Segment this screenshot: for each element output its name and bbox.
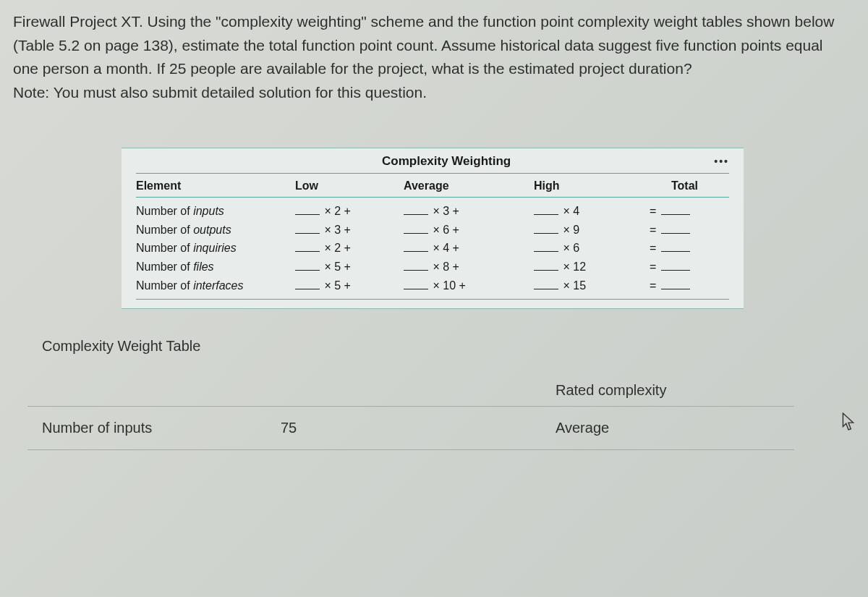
low-cell: × 3 + bbox=[295, 221, 404, 240]
weight-table-row: Number of files × 5 + × 8 + × 12= bbox=[136, 258, 729, 276]
avg-cell: × 3 + bbox=[404, 202, 534, 221]
cursor-icon bbox=[842, 412, 855, 431]
element-name: Number of files bbox=[136, 258, 295, 276]
col-element: Element bbox=[136, 174, 295, 197]
row-rated: Average bbox=[541, 407, 794, 450]
question-text: Firewall Project XT. Using the "complexi… bbox=[13, 10, 852, 104]
element-name: Number of interfaces bbox=[136, 276, 295, 295]
input-data-table: Rated complexity Number of inputs75Avera… bbox=[27, 369, 794, 450]
weight-table-row: Number of inquiries × 2 + × 4 + × 6= bbox=[136, 239, 729, 258]
high-cell: × 9 bbox=[534, 221, 650, 240]
high-cell: × 12 bbox=[534, 258, 650, 276]
question-body: Firewall Project XT. Using the "complexi… bbox=[13, 13, 834, 77]
element-name: Number of inquiries bbox=[136, 239, 295, 258]
col-high: High bbox=[534, 174, 650, 197]
total-cell: = bbox=[650, 258, 722, 276]
total-cell: = bbox=[650, 202, 722, 221]
weight-table-caption: Complexity Weight Table bbox=[42, 338, 855, 355]
row-count: 75 bbox=[266, 407, 541, 450]
total-cell: = bbox=[650, 276, 722, 295]
total-cell: = bbox=[650, 239, 722, 258]
col-low: Low bbox=[295, 174, 404, 197]
ellipsis-icon: ••• bbox=[714, 156, 729, 167]
complexity-weight-table-figure: Complexity Weighting ••• Element Low Ave… bbox=[122, 148, 744, 309]
row-label: Number of inputs bbox=[27, 407, 266, 450]
col-total: Total bbox=[650, 174, 722, 197]
question-note: Note: You must also submit detailed solu… bbox=[13, 84, 427, 101]
weight-table-row: Number of inputs × 2 + × 3 + × 4= bbox=[136, 202, 729, 221]
low-cell: × 2 + bbox=[295, 202, 404, 221]
low-cell: × 5 + bbox=[295, 258, 404, 276]
avg-cell: × 8 + bbox=[404, 258, 534, 276]
high-cell: × 4 bbox=[534, 202, 650, 221]
total-cell: = bbox=[650, 221, 722, 240]
low-cell: × 5 + bbox=[295, 276, 404, 295]
avg-cell: × 4 + bbox=[404, 239, 534, 258]
element-name: Number of inputs bbox=[136, 202, 295, 221]
high-cell: × 6 bbox=[534, 239, 650, 258]
element-name: Number of outputs bbox=[136, 221, 295, 240]
avg-cell: × 6 + bbox=[404, 221, 534, 240]
low-cell: × 2 + bbox=[295, 239, 404, 258]
weight-table-title: Complexity Weighting bbox=[382, 154, 511, 169]
high-cell: × 15 bbox=[534, 276, 650, 295]
weight-table-row: Number of interfaces × 5 + × 10 + × 15= bbox=[136, 276, 729, 295]
avg-cell: × 10 + bbox=[404, 276, 534, 295]
col-average: Average bbox=[404, 174, 534, 197]
table-row: Number of inputs75Average bbox=[27, 407, 794, 450]
weight-table-row: Number of outputs × 3 + × 6 + × 9= bbox=[136, 221, 729, 240]
rated-complexity-header: Rated complexity bbox=[541, 369, 794, 407]
